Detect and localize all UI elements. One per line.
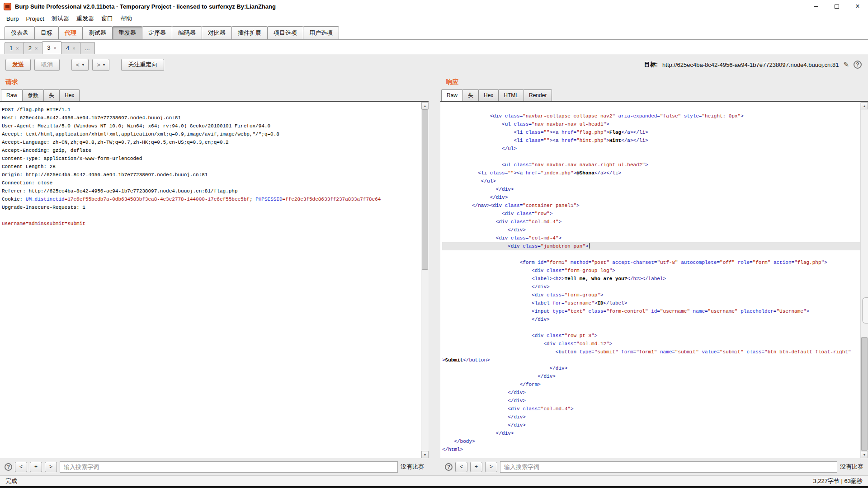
scroll-down-icon[interactable]: ▼ xyxy=(861,451,868,458)
main-tab-extender[interactable]: 插件扩展 xyxy=(231,26,268,39)
menu-help[interactable]: 帮助 xyxy=(117,13,136,24)
repeater-tab-3[interactable]: 3× xyxy=(42,41,61,54)
search-add-button[interactable]: + xyxy=(470,462,482,472)
search-add-button[interactable]: + xyxy=(30,462,42,472)
scroll-up-icon[interactable]: ▲ xyxy=(421,102,429,109)
search-next-button[interactable]: > xyxy=(485,462,497,472)
next-request-button[interactable]: > ▾ xyxy=(92,59,109,71)
request-line: Origin: http://625ec4ba-8c42-4956-ae94-1… xyxy=(2,171,421,179)
repeater-tab-more[interactable]: ... xyxy=(80,42,95,54)
prev-request-button[interactable]: < ▾ xyxy=(71,59,89,71)
main-tab-intruder[interactable]: 测试器 xyxy=(82,26,113,39)
help-icon[interactable]: ? xyxy=(854,61,862,69)
main-tab-repeater[interactable]: 重发器 xyxy=(112,26,142,39)
repeater-tab-2[interactable]: 2× xyxy=(24,42,43,54)
response-line: <div class="row pt-3"> xyxy=(442,332,860,340)
close-tab-icon[interactable]: × xyxy=(35,46,38,51)
scroll-up-icon[interactable]: ▲ xyxy=(861,102,868,109)
panel-splitter[interactable] xyxy=(429,75,440,475)
close-tab-icon[interactable]: × xyxy=(16,46,19,51)
minimize-button[interactable] xyxy=(806,0,826,13)
response-line: <li class=""><a href="flag.php">Flag</a>… xyxy=(442,128,860,136)
response-line: </div> xyxy=(442,397,860,405)
scrollbar-thumb[interactable] xyxy=(861,337,868,451)
titlebar: Burp Suite Professional v2.0.11beta - Te… xyxy=(0,0,868,13)
minimize-icon xyxy=(814,6,818,7)
response-tab-hex[interactable]: Hex xyxy=(478,89,499,101)
response-tab-raw[interactable]: Raw xyxy=(441,89,463,101)
response-line: <div class="col-md-4"> xyxy=(442,234,860,242)
request-tab-raw[interactable]: Raw xyxy=(1,89,23,101)
close-tab-icon[interactable]: × xyxy=(72,46,75,51)
request-editor[interactable]: POST /flag.php HTTP/1.1Host: 625ec4ba-8c… xyxy=(0,102,429,458)
main-tab-dashboard[interactable]: 仪表盘 xyxy=(5,26,35,39)
main-tab-decoder[interactable]: 编码器 xyxy=(172,26,202,39)
response-search-bar: ? < + > 没有比赛 xyxy=(440,458,868,475)
repeater-tab-4[interactable]: 4× xyxy=(61,42,80,54)
side-panel-handle[interactable] xyxy=(862,297,868,324)
menu-window[interactable]: 窗口 xyxy=(98,13,117,24)
maximize-button[interactable] xyxy=(826,0,847,13)
request-tab-hex[interactable]: Hex xyxy=(59,89,80,101)
scroll-down-icon[interactable]: ▼ xyxy=(421,451,429,458)
search-match-count: 没有比赛 xyxy=(840,463,863,471)
response-line: >Submit</button> xyxy=(442,356,860,364)
main-tab-sequencer[interactable]: 定序器 xyxy=(142,26,172,39)
main-tab-project-options[interactable]: 项目选项 xyxy=(267,26,303,39)
response-tab-html[interactable]: HTML xyxy=(498,89,524,101)
cancel-button[interactable]: 取消 xyxy=(34,59,60,71)
search-prev-button[interactable]: < xyxy=(15,462,27,472)
main-tab-proxy[interactable]: 代理 xyxy=(58,26,83,39)
response-line: </div> xyxy=(442,429,860,437)
toolbar: 发送 取消 < ▾ > ▾ 关注重定向 目标: http://625ec4ba-… xyxy=(0,54,868,75)
menu-intruder[interactable]: 测试器 xyxy=(48,13,73,24)
request-line: Connection: close xyxy=(2,179,421,187)
edit-target-icon[interactable]: ✎ xyxy=(843,61,849,69)
response-line: </div> xyxy=(442,283,860,291)
search-help-icon[interactable]: ? xyxy=(5,463,12,471)
response-line: </ul> xyxy=(442,145,860,153)
search-input[interactable] xyxy=(60,461,398,473)
send-button[interactable]: 发送 xyxy=(5,59,31,71)
menu-burp[interactable]: Burp xyxy=(3,14,22,23)
response-line: </div> xyxy=(442,315,860,324)
status-text: 完成 xyxy=(5,477,17,485)
main-tab-target[interactable]: 目标 xyxy=(34,26,59,39)
search-prev-button[interactable]: < xyxy=(455,462,467,472)
window-title: Burp Suite Professional v2.0.11beta - Te… xyxy=(15,3,276,10)
response-line: <ul class="nav navbar-nav navbar-right u… xyxy=(442,161,860,169)
search-help-icon[interactable]: ? xyxy=(445,463,453,471)
response-line xyxy=(442,324,860,332)
request-tab-headers[interactable]: 头 xyxy=(43,89,60,101)
search-next-button[interactable]: > xyxy=(45,462,57,472)
close-tab-icon[interactable]: × xyxy=(54,45,57,51)
search-input[interactable] xyxy=(500,461,837,473)
response-line: </form> xyxy=(442,380,860,389)
scrollbar-thumb[interactable] xyxy=(422,109,428,270)
request-editor-tabs: Raw参数头Hex xyxy=(0,89,429,102)
repeater-tab-1[interactable]: 1× xyxy=(5,42,24,54)
response-editor[interactable]: <div class="navbar-collapse collapse nav… xyxy=(440,102,868,458)
request-line: POST /flag.php HTTP/1.1 xyxy=(2,106,421,114)
request-text[interactable]: POST /flag.php HTTP/1.1Host: 625ec4ba-8c… xyxy=(0,102,421,458)
main-tab-user-options[interactable]: 用户选项 xyxy=(303,26,339,39)
request-scrollbar[interactable]: ▲ ▼ xyxy=(421,102,429,458)
menubar: BurpProject测试器重发器窗口帮助 xyxy=(0,13,868,24)
response-tab-render[interactable]: Render xyxy=(524,89,552,101)
response-scrollbar[interactable]: ▲ ▼ xyxy=(860,102,868,458)
target-area: 目标: http://625ec4ba-8c42-4956-ae94-1b7e7… xyxy=(644,61,862,69)
response-line: </div> xyxy=(442,413,860,421)
main-tab-comparer[interactable]: 对比器 xyxy=(202,26,232,39)
close-button[interactable]: × xyxy=(847,0,868,13)
request-tab-params[interactable]: 参数 xyxy=(22,89,44,101)
forward-arrow-icon: > xyxy=(97,61,100,68)
menu-repeater[interactable]: 重发器 xyxy=(73,13,98,24)
response-text[interactable]: <div class="navbar-collapse collapse nav… xyxy=(440,102,860,458)
menu-project[interactable]: Project xyxy=(22,14,47,23)
response-title: 响应 xyxy=(440,75,868,89)
message-panels: 请求 Raw参数头Hex POST /flag.php HTTP/1.1Host… xyxy=(0,75,868,475)
response-tab-headers[interactable]: 头 xyxy=(462,89,479,101)
response-line: <div class="form-group log"> xyxy=(442,267,860,275)
request-line: User-Agent: Mozilla/5.0 (Windows NT 10.0… xyxy=(2,122,421,130)
follow-redirect-button[interactable]: 关注重定向 xyxy=(121,59,164,71)
